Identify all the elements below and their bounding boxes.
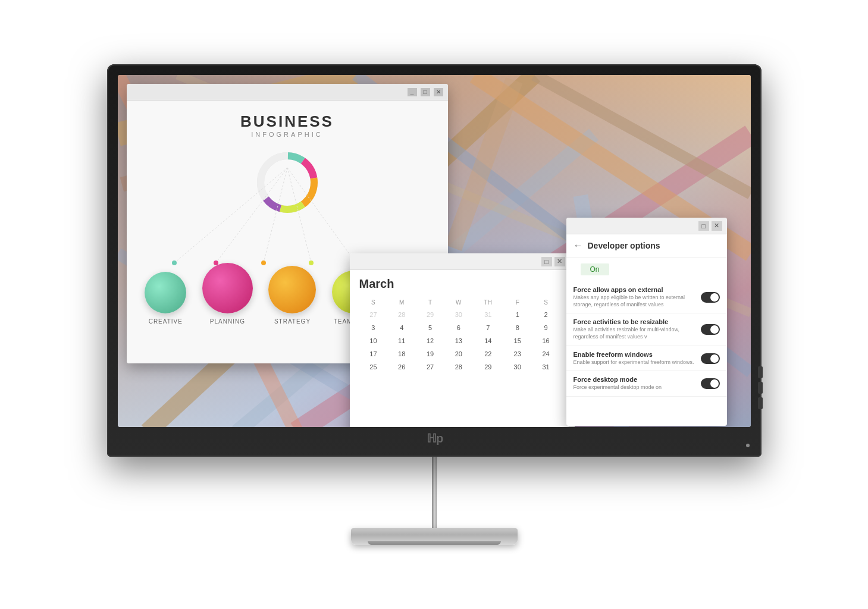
cal-day[interactable]: 4	[387, 321, 416, 334]
col-wed: W	[444, 297, 473, 308]
calendar-week-3: 10 11 12 13 14 15 16	[359, 334, 560, 347]
cal-day[interactable]: 15	[503, 334, 532, 347]
cal-day[interactable]: 28	[387, 308, 416, 321]
cal-day[interactable]: 17	[359, 347, 388, 360]
cal-day[interactable]: 19	[416, 347, 444, 360]
calendar-window: □ ✕ March S M T W TH F	[350, 253, 570, 427]
cal-day[interactable]: 27	[359, 308, 388, 321]
power-led	[746, 444, 750, 447]
cal-day[interactable]: 18	[387, 347, 416, 360]
cal-day[interactable]: 9	[532, 321, 560, 334]
devopt-status-container: On	[566, 258, 727, 281]
circle-creative: CREATIVE	[145, 272, 186, 325]
monitor-container: _ □ ✕ BUSINESS INFOGRAPHIC	[0, 0, 868, 609]
cal-day[interactable]: 2	[532, 308, 560, 321]
sub-title: INFOGRAPHIC	[240, 131, 334, 138]
bubble-planning	[202, 263, 253, 313]
devopt-item-4: Force desktop mode Force experimental de…	[566, 371, 727, 397]
cal-day[interactable]: 23	[503, 347, 532, 360]
label-strategy: STRATEGY	[274, 318, 311, 325]
bezel-btn-3[interactable]	[758, 397, 763, 409]
col-tue: T	[416, 297, 444, 308]
devopt-titlebar: □ ✕	[566, 218, 727, 234]
cal-day[interactable]: 26	[387, 360, 416, 373]
calendar-week-5: 25 26 27 28 29 30 31	[359, 360, 560, 373]
minimize-button[interactable]: _	[408, 88, 417, 96]
calendar-header-row: S M T W TH F S	[359, 297, 560, 308]
cal-day[interactable]: 29	[473, 360, 503, 373]
cal-day[interactable]: 31	[473, 308, 503, 321]
cal-maximize-button[interactable]: □	[541, 257, 552, 266]
devopt-header: ← Developer options	[566, 234, 727, 258]
cal-day[interactable]: 11	[387, 334, 416, 347]
cal-close-button[interactable]: ✕	[554, 257, 565, 266]
calendar-week-4: 17 18 19 20 22 23 24	[359, 347, 560, 360]
devopt-item-4-title: Force desktop mode	[574, 376, 696, 383]
devopt-close-button[interactable]: ✕	[712, 221, 722, 231]
devopt-item-2-title: Force activities to be resizable	[574, 318, 696, 325]
col-sat: S	[532, 297, 560, 308]
col-mon: M	[387, 297, 416, 308]
bubble-strategy	[268, 266, 316, 313]
back-button[interactable]: ←	[574, 240, 583, 251]
devopt-item-1-text: Force allow apps on external Makes any a…	[574, 286, 696, 308]
cal-day[interactable]: 7	[473, 321, 503, 334]
cal-day[interactable]: 1	[503, 308, 532, 321]
devopt-item-3-text: Enable freeform windows Enable support f…	[574, 351, 696, 366]
calendar-content: March S M T W TH F S	[350, 270, 570, 381]
devopt-item-4-text: Force desktop mode Force experimental de…	[574, 376, 696, 391]
cal-day[interactable]: 12	[416, 334, 444, 347]
bubble-creative	[145, 272, 186, 313]
cal-day[interactable]: 8	[503, 321, 532, 334]
cal-day[interactable]: 3	[359, 321, 388, 334]
toggle-3[interactable]	[701, 353, 720, 364]
devopt-maximize-button[interactable]: □	[698, 221, 709, 231]
infographic-titlebar: _ □ ✕	[127, 84, 448, 101]
devopt-item-3-desc: Enable support for experimental freeform…	[574, 359, 696, 366]
toggle-4[interactable]	[701, 378, 720, 389]
monitor-stand-neck	[432, 457, 437, 528]
cal-day[interactable]: 5	[416, 321, 444, 334]
devopt-item-2-text: Force activities to be resizable Make al…	[574, 318, 696, 340]
circle-planning: PLANNING	[202, 263, 253, 325]
devopt-item-1-desc: Makes any app eligible to be written to …	[574, 294, 696, 308]
cal-day[interactable]: 10	[359, 334, 388, 347]
bezel-btn-1[interactable]	[758, 366, 763, 378]
monitor-bezel: _ □ ✕ BUSINESS INFOGRAPHIC	[107, 64, 762, 457]
donut-chart	[252, 147, 323, 218]
hp-logo: ℍp	[425, 431, 443, 448]
label-creative: CREATIVE	[149, 318, 183, 325]
toggle-2[interactable]	[701, 324, 720, 335]
cal-day[interactable]: 28	[444, 360, 473, 373]
svg-text:ℍp: ℍp	[427, 432, 443, 445]
cal-day[interactable]: 20	[444, 347, 473, 360]
devopt-window: □ ✕ ← Developer options On Force allow a…	[566, 218, 727, 426]
bezel-btn-2[interactable]	[758, 382, 763, 394]
calendar-week-2: 3 4 5 6 7 8 9	[359, 321, 560, 334]
cal-day[interactable]: 14	[473, 334, 503, 347]
devopt-item-1: Force allow apps on external Makes any a…	[566, 281, 727, 313]
monitor-screen: _ □ ✕ BUSINESS INFOGRAPHIC	[118, 75, 751, 427]
cal-day[interactable]: 29	[416, 308, 444, 321]
cal-day[interactable]: 22	[473, 347, 503, 360]
bezel-buttons	[758, 366, 763, 409]
cal-day[interactable]: 30	[444, 308, 473, 321]
toggle-1[interactable]	[701, 292, 720, 303]
cal-day[interactable]: 24	[532, 347, 560, 360]
cal-day[interactable]: 27	[416, 360, 444, 373]
monitor-stand-base	[351, 528, 518, 545]
devopt-item-3-title: Enable freeform windows	[574, 351, 696, 358]
cal-day[interactable]: 13	[444, 334, 473, 347]
maximize-button[interactable]: □	[421, 88, 430, 96]
cal-day[interactable]: 30	[503, 360, 532, 373]
devopt-on-badge: On	[581, 263, 609, 275]
cal-day[interactable]: 6	[444, 321, 473, 334]
cal-day[interactable]: 16	[532, 334, 560, 347]
main-title: BUSINESS	[240, 112, 334, 131]
infographic-title-block: BUSINESS INFOGRAPHIC	[240, 112, 334, 138]
close-button[interactable]: ✕	[434, 88, 443, 96]
cal-day[interactable]: 31	[532, 360, 560, 373]
cal-day[interactable]: 25	[359, 360, 388, 373]
label-planning: PLANNING	[210, 318, 245, 325]
col-fri: F	[503, 297, 532, 308]
